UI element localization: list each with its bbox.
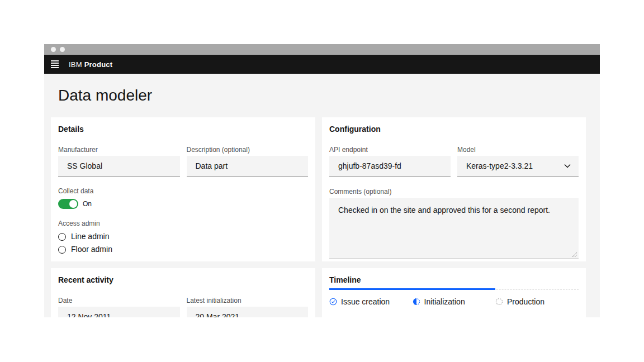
- radio-floor-admin[interactable]: Floor admin: [58, 245, 308, 254]
- latest-initialization-field: Latest initialization: [187, 296, 309, 317]
- date-label: Date: [58, 296, 180, 305]
- access-admin-label: Access admin: [58, 219, 308, 228]
- collect-data-label: Collect data: [58, 187, 308, 196]
- api-endpoint-field: API endpoint: [329, 145, 451, 177]
- manufacturer-label: Manufacturer: [58, 145, 180, 154]
- date-field: Date: [58, 296, 180, 317]
- timeline-card: Timeline Issue creation: [322, 268, 586, 317]
- milestone-label: Issue creation: [341, 297, 390, 306]
- latest-initialization-input[interactable]: [187, 307, 309, 317]
- milestone-label: Production: [507, 297, 544, 306]
- comments-group: Comments (optional) Checked in on the si…: [329, 187, 579, 259]
- model-field: Model Keras-type2-3.3.21: [457, 145, 579, 177]
- milestone-label: Initialization: [424, 297, 465, 306]
- page-content: Data modeler Details Manufacturer Descri…: [44, 74, 600, 317]
- collect-data-toggle[interactable]: [58, 199, 78, 209]
- brand-prefix: IBM: [69, 60, 82, 69]
- model-selected-value: Keras-type2-3.3.21: [466, 161, 533, 170]
- date-input[interactable]: [58, 307, 180, 317]
- chevron-down-icon: [564, 164, 571, 168]
- radio-floor-admin-label: Floor admin: [71, 245, 112, 254]
- toggle-knob: [69, 200, 77, 208]
- details-card-title: Details: [58, 125, 308, 134]
- comments-textarea[interactable]: Checked in on the site and approved this…: [329, 198, 579, 259]
- window-titlebar: [44, 44, 600, 55]
- dashed-circle-pending-icon: [495, 298, 503, 306]
- api-endpoint-input[interactable]: [329, 156, 451, 177]
- details-card: Details Manufacturer Description (option…: [51, 117, 315, 261]
- timeline-card-title: Timeline: [329, 275, 579, 284]
- milestone-production[interactable]: Production: [495, 297, 544, 306]
- timeline-track: [329, 288, 579, 290]
- half-circle-in-progress-icon: [413, 298, 420, 306]
- brand[interactable]: IBMProduct: [69, 60, 112, 69]
- radio-button-icon: [58, 233, 66, 241]
- comments-label: Comments (optional): [329, 187, 579, 196]
- radio-button-icon: [58, 246, 66, 254]
- timeline-milestones: Issue creation Initialization Production: [329, 297, 579, 307]
- milestone-issue-creation[interactable]: Issue creation: [329, 297, 390, 306]
- window-control-dot-1[interactable]: [51, 47, 56, 52]
- api-endpoint-label: API endpoint: [329, 145, 451, 154]
- manufacturer-field: Manufacturer: [58, 145, 180, 177]
- configuration-card-title: Configuration: [329, 125, 579, 134]
- access-admin-group: Access admin Line admin Floor admin: [58, 219, 308, 254]
- manufacturer-input[interactable]: [58, 156, 180, 177]
- milestone-initialization[interactable]: Initialization: [413, 297, 465, 306]
- configuration-card: Configuration API endpoint Model Keras-t…: [322, 117, 586, 261]
- radio-line-admin-label: Line admin: [71, 232, 110, 241]
- timeline-progress-fill: [329, 288, 495, 290]
- page-title: Data modeler: [58, 86, 152, 105]
- description-field: Description (optional): [187, 145, 309, 177]
- resize-handle-icon[interactable]: [572, 252, 577, 258]
- collect-data-state: On: [83, 200, 92, 208]
- model-label: Model: [457, 145, 579, 154]
- checkmark-outline-icon: [329, 298, 337, 306]
- radio-line-admin[interactable]: Line admin: [58, 232, 308, 241]
- recent-activity-card: Recent activity Date Latest initializati…: [51, 268, 315, 317]
- window-control-dot-2[interactable]: [60, 47, 65, 52]
- recent-activity-card-title: Recent activity: [58, 275, 308, 284]
- model-dropdown[interactable]: Keras-type2-3.3.21: [457, 156, 579, 177]
- latest-initialization-label: Latest initialization: [187, 296, 309, 305]
- hamburger-menu-icon[interactable]: [51, 60, 59, 68]
- app-window: IBMProduct Data modeler Details Manufact…: [44, 44, 600, 317]
- app-header: IBMProduct: [44, 55, 600, 74]
- brand-name: Product: [84, 60, 113, 69]
- collect-data-group: Collect data On: [58, 187, 308, 209]
- description-label: Description (optional): [187, 145, 309, 154]
- description-input[interactable]: [187, 156, 309, 177]
